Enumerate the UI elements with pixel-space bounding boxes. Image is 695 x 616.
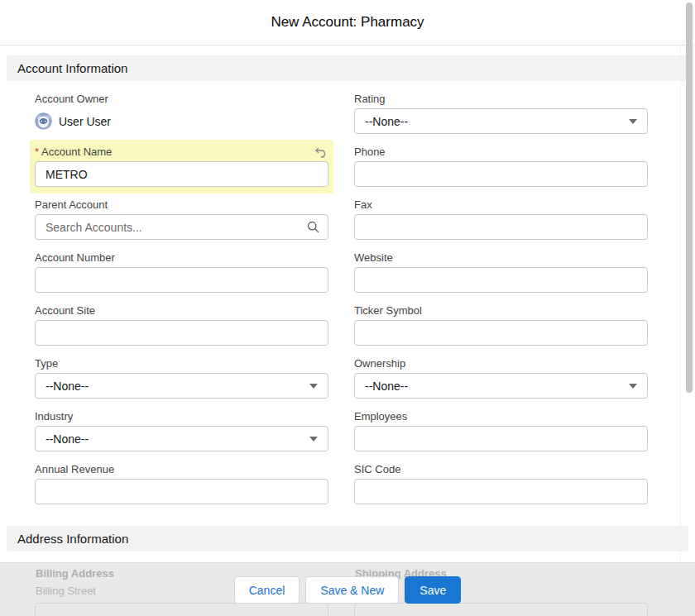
type-label: Type xyxy=(35,357,328,370)
field-type: Type --None-- xyxy=(35,357,328,399)
ownership-value: --None-- xyxy=(365,380,408,393)
phone-label: Phone xyxy=(354,146,648,159)
undo-icon xyxy=(314,147,326,158)
chevron-down-icon xyxy=(309,384,318,389)
save-button[interactable]: Save xyxy=(405,576,461,604)
ticker-symbol-label: Ticker Symbol xyxy=(354,304,648,318)
industry-picklist[interactable]: --None-- xyxy=(35,426,328,451)
required-asterisk: * xyxy=(35,146,39,159)
ownership-label: Ownership xyxy=(354,357,648,370)
field-rating: Rating --None-- xyxy=(354,93,648,134)
sic-code-input[interactable] xyxy=(354,479,648,504)
field-phone: Phone xyxy=(354,146,648,187)
account-information-form: Account Owner User User Rating --None-- xyxy=(0,81,695,516)
field-industry: Industry --None-- xyxy=(35,410,328,451)
footer-buttons: Cancel Save & New Save xyxy=(0,576,695,604)
account-number-input[interactable] xyxy=(35,267,328,293)
employees-input[interactable] xyxy=(354,426,648,451)
phone-input[interactable] xyxy=(354,161,648,187)
field-fax: Fax xyxy=(354,198,648,240)
industry-value: --None-- xyxy=(46,432,89,446)
field-ticker-symbol: Ticker Symbol xyxy=(354,304,648,346)
billing-street-textarea xyxy=(35,603,328,616)
sic-code-label: SIC Code xyxy=(354,463,648,476)
field-website: Website xyxy=(354,251,648,293)
industry-label: Industry xyxy=(35,410,328,423)
rating-value: --None-- xyxy=(365,115,408,128)
parent-account-lookup xyxy=(35,214,328,240)
modal-footer: Billing Address Shipping Address Billing… xyxy=(0,562,695,616)
chevron-down-icon xyxy=(309,437,318,442)
field-parent-account: Parent Account xyxy=(35,198,328,240)
account-owner-label: Account Owner xyxy=(35,93,328,106)
section-address-information-title: Address Information xyxy=(17,532,128,546)
vertical-scrollbar[interactable] xyxy=(686,2,693,393)
content-edge-divider xyxy=(680,46,681,562)
field-annual-revenue: Annual Revenue xyxy=(35,463,328,504)
field-account-site: Account Site xyxy=(35,304,328,346)
modal-header: New Account: Pharmacy xyxy=(0,0,695,45)
section-account-information-title: Account Information xyxy=(17,61,127,75)
field-sic-code: SIC Code xyxy=(354,463,648,504)
ownership-picklist[interactable]: --None-- xyxy=(354,373,648,399)
chevron-down-icon xyxy=(629,119,637,124)
field-account-number: Account Number xyxy=(35,251,328,293)
account-owner-value: User User xyxy=(35,108,328,134)
section-address-information: Address Information xyxy=(7,526,688,552)
cancel-button[interactable]: Cancel xyxy=(234,576,300,604)
parent-account-search-input[interactable] xyxy=(36,215,307,239)
account-site-label: Account Site xyxy=(35,304,328,318)
field-account-owner: Account Owner User User xyxy=(35,93,328,134)
search-icon xyxy=(307,221,319,233)
shipping-street-textarea xyxy=(354,603,648,616)
ticker-symbol-input[interactable] xyxy=(354,320,648,346)
type-value: --None-- xyxy=(46,380,89,393)
save-new-button[interactable]: Save & New xyxy=(305,576,399,604)
section-account-information: Account Information xyxy=(7,55,688,81)
account-name-edited-highlight: * Account Name xyxy=(30,140,333,193)
field-employees: Employees xyxy=(354,410,648,451)
rating-picklist[interactable]: --None-- xyxy=(354,108,648,134)
account-name-label: * Account Name xyxy=(35,146,328,159)
account-number-label: Account Number xyxy=(35,251,328,265)
field-account-name: * Account Name xyxy=(35,146,328,187)
chevron-down-icon xyxy=(629,384,637,389)
type-picklist[interactable]: --None-- xyxy=(35,373,328,399)
page-title: New Account: Pharmacy xyxy=(271,14,424,31)
parent-account-label: Parent Account xyxy=(35,198,328,212)
account-name-input[interactable] xyxy=(35,161,328,187)
annual-revenue-label: Annual Revenue xyxy=(35,463,328,476)
undo-button[interactable] xyxy=(313,145,328,160)
website-label: Website xyxy=(354,251,648,265)
website-input[interactable] xyxy=(354,267,648,293)
account-site-input[interactable] xyxy=(35,320,328,346)
annual-revenue-input[interactable] xyxy=(35,479,328,504)
fax-label: Fax xyxy=(354,198,648,212)
rating-label: Rating xyxy=(354,93,648,106)
account-owner-name: User User xyxy=(59,115,111,128)
employees-label: Employees xyxy=(354,410,648,423)
field-ownership: Ownership --None-- xyxy=(354,357,648,399)
fax-input[interactable] xyxy=(354,214,648,240)
user-avatar-icon xyxy=(35,112,52,130)
